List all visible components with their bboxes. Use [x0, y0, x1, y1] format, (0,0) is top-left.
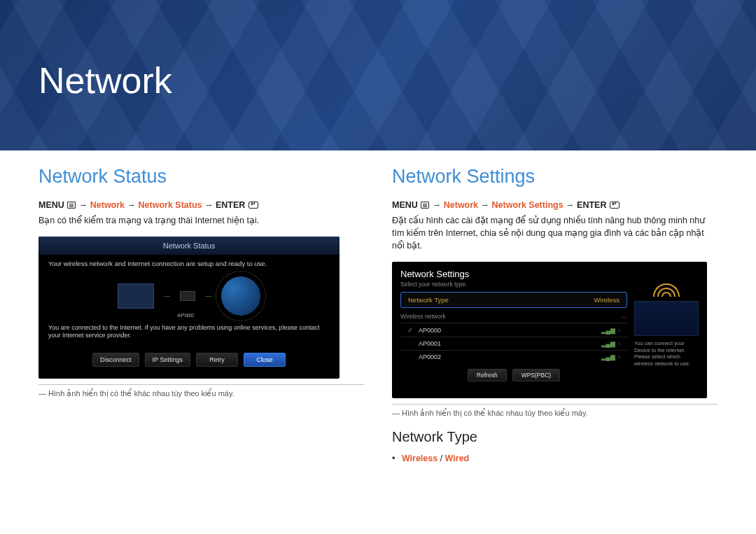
image-caption: Hình ảnh hiển thị có thể khác nhau tùy t…	[392, 409, 718, 418]
enter-icon	[248, 202, 258, 209]
enter-icon	[610, 202, 620, 209]
nt-value: Wireless	[594, 296, 620, 304]
wireless-section-label: Wireless network ︿	[400, 311, 627, 323]
shot-msg-connected: You are connected to the Internet. If yo…	[38, 321, 340, 347]
option-wireless: Wireless	[402, 454, 438, 463]
image-caption: Hình ảnh hiển thị có thể khác nhau tùy t…	[38, 389, 364, 398]
wifi-item[interactable]: ✓AP0000 ▂▄▆›	[400, 323, 627, 337]
chevron-up-icon[interactable]: ︿	[621, 313, 627, 321]
chevron-right-icon: ›	[618, 327, 620, 334]
breadcrumb-page: Network Status	[139, 200, 202, 210]
chevron-right-icon: ›	[618, 353, 620, 360]
breadcrumb-page: Network Settings	[492, 200, 564, 210]
shot-button-row: Disconnect IP Settings Retry Close	[38, 347, 340, 374]
tv-icon	[118, 283, 154, 309]
chevron-right-icon: ›	[618, 340, 620, 347]
column-network-status: Network Status MENU → Network → Network …	[38, 166, 364, 463]
ap-label: AP000	[177, 312, 194, 318]
ip-settings-button[interactable]: IP Settings	[145, 353, 190, 367]
router-icon	[180, 291, 195, 301]
menu-icon	[421, 202, 429, 209]
content-columns: Network Status MENU → Network → Network …	[0, 150, 756, 463]
wifi-large-icon	[634, 269, 699, 297]
signal-icon: ▂▄▆	[601, 353, 615, 360]
network-status-screenshot: Network Status Your wireless network and…	[38, 237, 340, 379]
section-heading: Network Settings	[392, 166, 718, 188]
nt-label: Network Type	[408, 296, 449, 304]
disconnect-button[interactable]: Disconnect	[92, 353, 139, 367]
option-wired: Wired	[445, 454, 470, 463]
divider	[392, 404, 718, 405]
globe-icon	[221, 276, 260, 316]
shot-button-row: Refresh WPS(PBC)	[400, 369, 627, 381]
wifi-item[interactable]: AP0002 ▂▄▆›	[400, 350, 627, 363]
wps-button[interactable]: WPS(PBC)	[512, 369, 561, 381]
check-icon: ✓	[407, 326, 414, 334]
breadcrumb-menu: MENU	[38, 200, 64, 210]
column-network-settings: Network Settings MENU → Network → Networ…	[392, 166, 718, 463]
chapter-title: Network	[38, 59, 172, 101]
network-type-row[interactable]: Network Type Wireless	[400, 292, 627, 308]
breadcrumb-enter: ENTER	[577, 200, 606, 210]
signal-icon: ▂▄▆	[601, 340, 615, 347]
shot-subtitle: Select your network type.	[400, 281, 627, 288]
refresh-button[interactable]: Refresh	[468, 369, 507, 381]
close-button[interactable]: Close	[244, 353, 286, 367]
breadcrumb: MENU → Network → Network Status → ENTER	[38, 200, 364, 210]
breadcrumb-network: Network	[90, 200, 125, 210]
shot-title: Network Status	[38, 237, 340, 255]
retry-button[interactable]: Retry	[196, 353, 238, 367]
breadcrumb: MENU → Network → Network Settings → ENTE…	[392, 200, 718, 210]
shot-right-pane: You can connect your Device to the inter…	[634, 269, 699, 391]
breadcrumb-enter: ENTER	[216, 200, 245, 210]
shot-title: Network Settings	[400, 269, 627, 279]
preview-box	[634, 301, 699, 336]
breadcrumb-menu: MENU	[392, 200, 418, 210]
section-desc: Bạn có thể kiểm tra mạng và trạng thái I…	[38, 214, 364, 227]
signal-icon: ▂▄▆	[601, 327, 615, 334]
subsection-heading: Network Type	[392, 429, 718, 445]
section-desc: Đặt cấu hình các cài đặt mạng để sử dụng…	[392, 214, 718, 252]
shot-msg-ready: Your wireless network and Internet conne…	[38, 255, 340, 272]
wifi-item[interactable]: AP0001 ▂▄▆›	[400, 337, 627, 350]
network-settings-screenshot: Network Settings Select your network typ…	[392, 262, 707, 398]
help-text: You can connect your Device to the inter…	[634, 340, 699, 367]
breadcrumb-network: Network	[444, 200, 478, 210]
chapter-banner: Network	[0, 0, 756, 150]
network-type-options: • Wireless / Wired	[392, 454, 718, 463]
divider	[38, 384, 364, 385]
shot-left-pane: Network Settings Select your network typ…	[400, 269, 627, 391]
section-heading: Network Status	[38, 166, 364, 188]
menu-icon	[67, 202, 76, 209]
